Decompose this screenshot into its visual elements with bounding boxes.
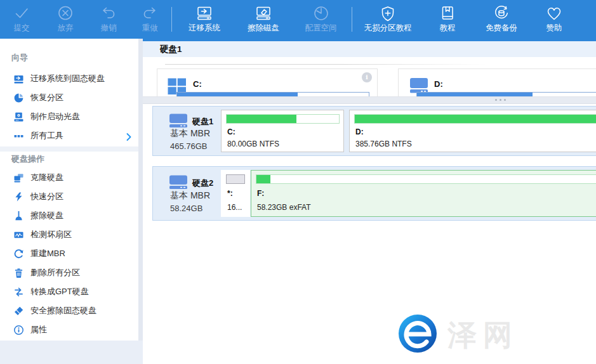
tutorial-button[interactable]: 教程 xyxy=(422,0,473,39)
partition-f-usage-fill xyxy=(256,175,270,183)
partition-star-block[interactable]: *: 16... xyxy=(221,170,250,217)
partition-f-block[interactable]: F: 58.23GB exFAT xyxy=(251,170,596,217)
partition-d-info: 385.76GB NTFS xyxy=(355,140,412,148)
partition-tutorial-button[interactable]: 无损分区教程 xyxy=(354,0,422,39)
header-divider-line xyxy=(165,64,487,65)
free-backup-button[interactable]: 免费备份 xyxy=(473,0,530,39)
all-tools-icon xyxy=(13,131,23,141)
wipe-disk-button[interactable]: 擦除磁盘 xyxy=(235,0,291,39)
sidebar-item-recover-partition[interactable]: 恢复分区 xyxy=(0,88,138,107)
donate-button[interactable]: 赞助 xyxy=(530,0,578,39)
partition-f-info: 58.23GB exFAT xyxy=(257,203,311,212)
bad-sector-icon xyxy=(13,230,23,240)
book-icon xyxy=(439,4,456,22)
sidebar-section-wizard-title: 向导 xyxy=(11,52,28,63)
sidebar-item-rebuild-mbr[interactable]: 重建MBR xyxy=(0,244,138,263)
partition-d-block[interactable]: D: 385.76GB NTFS xyxy=(349,110,596,152)
disk2-type: 基本 MBR xyxy=(170,190,210,202)
toolbar: 提交 放弃 撤销 重做 迁移系统 擦除磁盘 配置空间 xyxy=(0,0,596,39)
sidebar-item-label: 检测坏扇区 xyxy=(30,229,72,240)
info-icon[interactable]: i xyxy=(362,72,372,82)
chevron-right-icon xyxy=(126,132,131,143)
partition-f-label: F: xyxy=(257,189,264,198)
watermark: 泽网 xyxy=(395,311,519,358)
allocate-space-button[interactable]: 配置空间 xyxy=(291,0,350,39)
disk1-row[interactable]: 硬盘1 基本 MBR 465.76GB C: 80.00GB NTFS D: 3… xyxy=(152,106,596,156)
migrate-os-icon xyxy=(195,4,213,22)
overview-splitter xyxy=(143,96,596,104)
submit-button[interactable]: 提交 xyxy=(0,0,43,39)
partition-c-usage-bar xyxy=(226,114,340,124)
sidebar-item-clone-disk[interactable]: 克隆硬盘 xyxy=(0,168,138,187)
properties-icon xyxy=(13,325,23,335)
toolbar-item-label: 教程 xyxy=(440,22,456,34)
migrate-os-button[interactable]: 迁移系统 xyxy=(173,0,235,39)
toolbar-item-label: 迁移系统 xyxy=(189,22,220,34)
sidebar-item-properties[interactable]: 属性 xyxy=(0,320,138,339)
sidebar-item-delete-all-partitions[interactable]: 删除所有分区 xyxy=(0,263,138,282)
disk1-name: 硬盘1 xyxy=(192,116,213,127)
toolbar-item-label: 放弃 xyxy=(58,22,74,34)
sidebar-item-make-bootable-cd[interactable]: 制作启动光盘 xyxy=(0,107,138,126)
sidebar-item-label: 擦除硬盘 xyxy=(30,210,63,221)
sidebar-section-disk-ops-title: 硬盘操作 xyxy=(11,153,44,165)
sidebar-item-quick-partition[interactable]: 快速分区 xyxy=(0,187,138,206)
wipe-hdd-icon xyxy=(13,211,23,221)
partition-c-block[interactable]: C: 80.00GB NTFS xyxy=(221,110,344,152)
disk-tab-strip: 硬盘1 xyxy=(143,41,596,57)
main-area: 硬盘1 C: i D: 硬盘1 基本 MBR 465.76GB xyxy=(143,39,596,364)
discard-icon xyxy=(56,4,74,22)
sidebar-item-check-bad-sectors[interactable]: 检测坏扇区 xyxy=(0,225,138,244)
undo-button[interactable]: 撤销 xyxy=(88,0,129,39)
redo-button[interactable]: 重做 xyxy=(129,0,170,39)
migrate-ssd-icon xyxy=(13,74,23,84)
sidebar-item-label: 恢复分区 xyxy=(30,92,63,103)
sidebar-item-wipe-hdd[interactable]: 擦除硬盘 xyxy=(0,206,138,225)
toolbar-item-label: 无损分区教程 xyxy=(364,22,412,34)
sidebar-item-label: 删除所有分区 xyxy=(30,267,80,278)
recover-partition-icon xyxy=(13,93,23,103)
toolbar-item-label: 提交 xyxy=(14,22,30,34)
allocate-space-icon xyxy=(312,4,330,22)
overview-c-label: C: xyxy=(193,79,202,89)
partition-star-usage-bar xyxy=(226,174,245,184)
discard-button[interactable]: 放弃 xyxy=(43,0,88,39)
sidebar-item-label: 所有工具 xyxy=(30,130,63,141)
partition-f-usage-bar xyxy=(256,174,596,184)
sidebar-item-label: 制作启动光盘 xyxy=(30,111,80,122)
sidebar-item-secure-erase-ssd[interactable]: 安全擦除固态硬盘 xyxy=(0,301,138,320)
sidebar-item-label: 重建MBR xyxy=(30,248,65,259)
partition-star-label: *: xyxy=(227,189,233,198)
sidebar-item-all-tools[interactable]: 所有工具 xyxy=(0,126,138,145)
sidebar-item-label: 转换成GPT硬盘 xyxy=(30,286,89,297)
bootable-cd-icon xyxy=(13,112,23,122)
toolbar-item-label: 重做 xyxy=(142,22,158,34)
sidebar-item-label: 属性 xyxy=(30,324,47,335)
partition-star-usage-fill xyxy=(227,175,244,183)
sidebar-item-convert-to-gpt[interactable]: 转换成GPT硬盘 xyxy=(0,282,138,301)
left-column: 向导 迁移系统到固态硬盘 恢复分区 制作启动光盘 所有工具 xyxy=(0,39,143,364)
clone-disk-icon xyxy=(13,172,23,183)
partition-d-usage-bar xyxy=(354,114,596,124)
wipe-disk-icon xyxy=(255,4,272,22)
partition-c-label: C: xyxy=(227,127,235,136)
heart-icon xyxy=(545,4,563,22)
toolbar-separator xyxy=(171,7,172,32)
delete-partitions-icon xyxy=(13,268,23,278)
tab-disk1[interactable]: 硬盘1 xyxy=(160,44,182,55)
toolbar-item-label: 撤销 xyxy=(101,22,117,34)
splitter-drag-handle[interactable] xyxy=(495,99,506,101)
shield-plus-icon xyxy=(379,4,397,22)
sidebar-item-migrate-to-ssd[interactable]: 迁移系统到固态硬盘 xyxy=(0,69,138,88)
partition-star-info: 16... xyxy=(227,203,242,212)
check-icon xyxy=(13,4,30,22)
disk2-row[interactable]: 硬盘2 基本 MBR 58.24GB *: 16... F: 58.23GB e… xyxy=(152,166,596,221)
sidebar: 向导 迁移系统到固态硬盘 恢复分区 制作启动光盘 所有工具 xyxy=(0,39,138,341)
toolbar-item-label: 擦除磁盘 xyxy=(248,22,279,34)
overview-d-label: D: xyxy=(434,79,443,89)
sidebar-item-label: 快速分区 xyxy=(30,191,63,202)
sidebar-item-label: 迁移系统到固态硬盘 xyxy=(30,73,105,84)
partition-d-label: D: xyxy=(355,127,364,136)
toolbar-separator xyxy=(352,7,352,32)
partition-c-usage-fill xyxy=(227,115,296,123)
